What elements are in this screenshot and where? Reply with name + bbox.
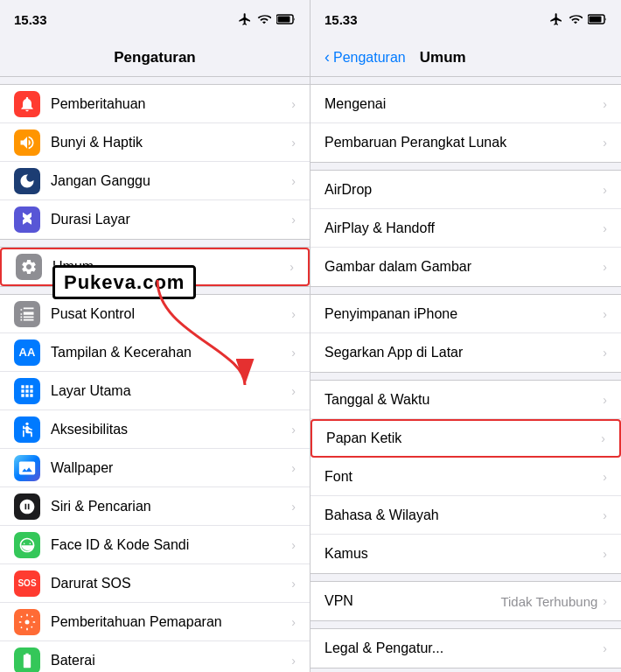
left-group2: Umum › [0, 247, 310, 287]
row-papan-ketik[interactable]: Papan Ketik › [310, 419, 621, 458]
svg-point-3 [25, 620, 30, 624]
tanggal-chevron: › [603, 393, 607, 407]
aksesibilitas-label: Aksesibilitas [51, 422, 291, 438]
row-wallpaper[interactable]: Wallpaper › [0, 449, 310, 487]
jangan-label: Jangan Ganggu [51, 173, 291, 189]
papan-label: Papan Ketik [326, 430, 601, 446]
row-faceid[interactable]: Face ID & Kode Sandi › [0, 526, 310, 564]
right-panel: 15.33 ‹ Pengaturan Umum Mengenai › [310, 0, 621, 672]
right-group3: Penyimpanan iPhone › Segarkan App di Lat… [310, 294, 621, 373]
right-group4: Tanggal & Waktu › Papan Ketik › Font › B… [310, 380, 621, 574]
row-penyimpanan[interactable]: Penyimpanan iPhone › [310, 295, 621, 333]
wallpaper-chevron: › [291, 461, 296, 475]
right-group1: Mengenai › Pembaruan Perangkat Lunak › [310, 84, 621, 163]
row-pusat[interactable]: Pusat Kontrol › [0, 295, 310, 333]
vpn-chevron: › [603, 594, 607, 608]
left-group1: Pemberitahuan › Bunyi & Haptik › Jangan … [0, 84, 310, 240]
baterai-icon [14, 648, 40, 673]
airplane-icon [238, 12, 252, 26]
tanggal-label: Tanggal & Waktu [324, 392, 603, 408]
airplay-label: AirPlay & Handoff [324, 220, 603, 236]
row-kamus[interactable]: Kamus › [310, 535, 621, 573]
row-vpn[interactable]: VPN Tidak Terhubung › [310, 582, 621, 620]
legal-chevron: › [603, 641, 607, 655]
pembaruan-label: Pembaruan Perangkat Lunak [324, 135, 603, 150]
row-siri[interactable]: Siri & Pencarian › [0, 487, 310, 526]
pemberitahuan-icon [14, 91, 40, 117]
layar-icon [14, 378, 40, 404]
segarkan-chevron: › [603, 346, 607, 360]
pemaparan-chevron: › [291, 615, 296, 629]
row-tanggal[interactable]: Tanggal & Waktu › [310, 381, 621, 419]
pemaparan-icon [14, 609, 40, 635]
kamus-chevron: › [603, 547, 607, 561]
left-time: 15.33 [14, 12, 47, 27]
row-pemberitahuan[interactable]: Pemberitahuan › [0, 85, 310, 123]
umum-label: Umum [52, 259, 290, 275]
kamus-label: Kamus [324, 546, 603, 562]
layar-label: Layar Utama [51, 383, 291, 399]
tampilan-icon: AA [14, 340, 40, 366]
layar-chevron: › [291, 384, 296, 398]
left-settings-list: Pemberitahuan › Bunyi & Haptik › Jangan … [0, 77, 310, 672]
darurat-label: Darurat SOS [51, 576, 291, 592]
row-jangan[interactable]: Jangan Ganggu › [0, 162, 310, 200]
aksesibilitas-chevron: › [291, 423, 296, 437]
darurat-chevron: › [291, 577, 296, 591]
row-legal[interactable]: Legal & Pengatur... › [310, 629, 621, 668]
tampilan-chevron: › [291, 346, 296, 360]
right-settings-list: Mengenai › Pembaruan Perangkat Lunak › A… [310, 77, 621, 672]
right-time: 15.33 [324, 12, 358, 27]
vpn-label: VPN [324, 593, 500, 609]
row-airplay[interactable]: AirPlay & Handoff › [310, 209, 621, 248]
row-pembaruan[interactable]: Pembaruan Perangkat Lunak › [310, 123, 621, 162]
jangan-icon [14, 168, 40, 194]
wifi-icon [257, 12, 271, 26]
airdrop-chevron: › [603, 183, 607, 197]
back-button[interactable]: ‹ Pengaturan [324, 48, 406, 66]
durasi-label: Durasi Layar [51, 212, 291, 228]
pusat-icon [14, 301, 40, 327]
right-status-icons [549, 12, 607, 26]
right-airplane-icon [549, 12, 563, 26]
gambar-label: Gambar dalam Gambar [324, 259, 603, 275]
row-segarkan[interactable]: Segarkan App di Latar › [310, 333, 621, 372]
wallpaper-label: Wallpaper [51, 460, 291, 476]
umum-icon [16, 254, 42, 280]
row-aksesibilitas[interactable]: Aksesibilitas › [0, 410, 310, 449]
right-battery-icon [588, 14, 607, 24]
row-layar[interactable]: Layar Utama › [0, 372, 310, 410]
row-durasi[interactable]: Durasi Layar › [0, 200, 310, 239]
row-mengenai[interactable]: Mengenai › [310, 85, 621, 123]
row-baterai[interactable]: Baterai › [0, 641, 310, 672]
row-tampilan[interactable]: AA Tampilan & Kecerahan › [0, 333, 310, 372]
left-status-icons [238, 12, 296, 26]
jangan-chevron: › [291, 174, 296, 188]
darurat-icon: SOS [14, 570, 40, 597]
bahasa-chevron: › [603, 508, 607, 522]
row-font[interactable]: Font › [310, 458, 621, 496]
back-label: Pengaturan [333, 50, 406, 66]
row-airdrop[interactable]: AirDrop › [310, 171, 621, 209]
left-nav-header: Pengaturan [0, 38, 310, 77]
left-status-bar: 15.33 [0, 0, 310, 38]
row-bahasa[interactable]: Bahasa & Wilayah › [310, 496, 621, 535]
faceid-label: Face ID & Kode Sandi [51, 537, 291, 553]
row-gambar[interactable]: Gambar dalam Gambar › [310, 248, 621, 286]
row-pemaparan[interactable]: Pemberitahuan Pemaparan › [0, 603, 310, 641]
font-label: Font [324, 469, 603, 485]
bahasa-label: Bahasa & Wilayah [324, 508, 603, 523]
right-wifi-icon [569, 12, 583, 26]
left-group3: Pusat Kontrol › AA Tampilan & Kecerahan … [0, 294, 310, 672]
svg-rect-1 [278, 17, 290, 23]
row-bunyi[interactable]: Bunyi & Haptik › [0, 123, 310, 162]
pembaruan-chevron: › [603, 136, 607, 150]
back-chevron-icon: ‹ [324, 48, 330, 66]
penyimpanan-label: Penyimpanan iPhone [324, 306, 603, 322]
row-umum[interactable]: Umum › [0, 248, 310, 286]
wallpaper-icon [14, 455, 40, 481]
airdrop-label: AirDrop [324, 182, 603, 198]
row-darurat[interactable]: SOS Darurat SOS › [0, 564, 310, 603]
right-nav-header: ‹ Pengaturan Umum [310, 38, 621, 77]
svg-point-2 [25, 422, 28, 424]
